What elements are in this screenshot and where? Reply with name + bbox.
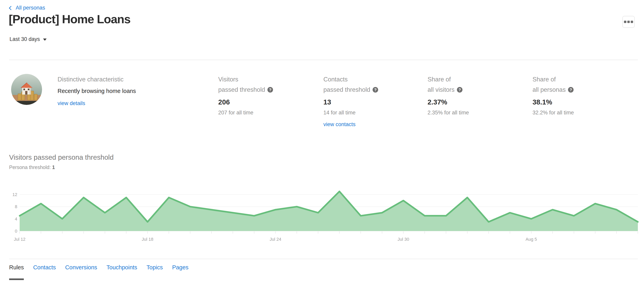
tab-contacts[interactable]: Contacts bbox=[33, 264, 56, 272]
svg-text:Jul 18: Jul 18 bbox=[142, 237, 153, 242]
svg-text:Jul 24: Jul 24 bbox=[270, 237, 281, 242]
stat-value: 206 bbox=[218, 98, 318, 106]
help-icon[interactable]: ? bbox=[268, 87, 273, 93]
svg-text:Aug 5: Aug 5 bbox=[526, 237, 537, 242]
tab-conversions[interactable]: Conversions bbox=[65, 264, 97, 272]
chart-subtitle: Persona threshold: 1 bbox=[9, 164, 55, 170]
tab-topics[interactable]: Topics bbox=[146, 264, 163, 272]
help-icon[interactable]: ? bbox=[372, 87, 378, 93]
date-range-label: Last 30 days bbox=[10, 36, 40, 42]
svg-text:4: 4 bbox=[15, 216, 17, 221]
stat-contacts-passed-threshold: Contacts passed threshold? 13 14 for all… bbox=[324, 74, 422, 128]
persona-threshold-value: 1 bbox=[52, 164, 55, 170]
tab-bar: Rules Contacts Conversions Touchpoints T… bbox=[9, 264, 188, 272]
stat-all-time: 14 for all time bbox=[324, 110, 422, 116]
characteristic-label: Distinctive characteristic bbox=[58, 74, 208, 85]
tab-touchpoints[interactable]: Touchpoints bbox=[106, 264, 137, 272]
visitors-chart[interactable]: 12840Jul 12Jul 18Jul 24Jul 30Aug 5 bbox=[0, 180, 644, 247]
persona-detail-page: All personas [Product] Home Loans Last 3… bbox=[0, 0, 644, 288]
stat-label: Visitors passed threshold? bbox=[218, 74, 318, 95]
stat-label: Contacts passed threshold? bbox=[324, 74, 422, 95]
header-divider bbox=[9, 60, 638, 60]
view-contacts-link[interactable]: view contacts bbox=[324, 121, 356, 128]
svg-text:8: 8 bbox=[15, 204, 17, 209]
help-icon[interactable]: ? bbox=[457, 87, 462, 93]
stat-share-of-all-personas: Share of all personas? 38.1% 32.2% for a… bbox=[532, 74, 632, 116]
ellipsis-icon bbox=[624, 21, 626, 23]
tab-rules[interactable]: Rules bbox=[9, 264, 24, 272]
svg-text:0: 0 bbox=[15, 229, 17, 234]
help-icon[interactable]: ? bbox=[568, 87, 574, 93]
breadcrumb-all-personas-link[interactable]: All personas bbox=[16, 5, 45, 11]
stat-value: 38.1% bbox=[532, 98, 632, 106]
stat-visitors-passed-threshold: Visitors passed threshold? 206 207 for a… bbox=[218, 74, 318, 116]
stat-label: Share of all personas? bbox=[532, 74, 632, 95]
stat-value: 2.37% bbox=[428, 98, 527, 106]
stat-all-time: 2.35% for all time bbox=[428, 110, 527, 116]
svg-text:Jul 12: Jul 12 bbox=[14, 237, 26, 242]
date-range-selector[interactable]: Last 30 days bbox=[10, 36, 46, 42]
view-details-link[interactable]: view details bbox=[58, 100, 85, 106]
tabs-divider bbox=[9, 259, 638, 259]
persona-avatar-image bbox=[11, 74, 42, 105]
breadcrumb[interactable]: All personas bbox=[10, 5, 45, 11]
visitors-chart-svg[interactable]: 12840Jul 12Jul 18Jul 24Jul 30Aug 5 bbox=[0, 180, 644, 247]
svg-text:Jul 30: Jul 30 bbox=[398, 237, 409, 242]
ellipsis-icon bbox=[627, 21, 630, 23]
tab-pages[interactable]: Pages bbox=[172, 264, 188, 272]
stat-all-time: 207 for all time bbox=[218, 110, 318, 116]
stat-value: 13 bbox=[324, 98, 422, 106]
caret-down-icon bbox=[43, 39, 46, 41]
ellipsis-icon bbox=[631, 21, 633, 23]
stat-all-time: 32.2% for all time bbox=[532, 110, 632, 116]
svg-text:12: 12 bbox=[12, 192, 17, 197]
stat-label: Share of all visitors? bbox=[428, 74, 527, 95]
page-title: [Product] Home Loans bbox=[9, 12, 130, 26]
chevron-left-icon bbox=[9, 6, 13, 10]
characteristic-value: Recently browsing home loans bbox=[58, 88, 208, 94]
stat-share-of-all-visitors: Share of all visitors? 2.37% 2.35% for a… bbox=[428, 74, 527, 116]
persona-avatar bbox=[11, 74, 42, 105]
chart-title: Visitors passed persona threshold bbox=[9, 153, 114, 161]
distinctive-characteristic-block: Distinctive characteristic Recently brow… bbox=[58, 74, 208, 106]
more-options-button[interactable] bbox=[622, 16, 635, 28]
